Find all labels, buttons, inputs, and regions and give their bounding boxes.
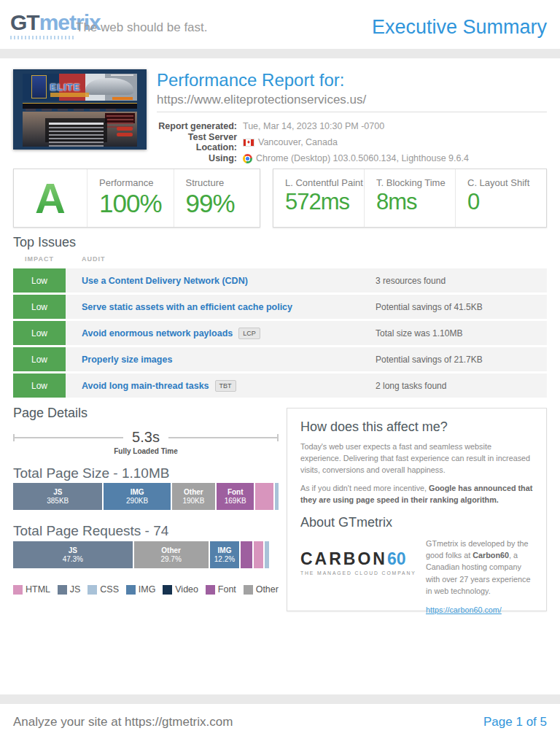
grade-card: A Performance 100% Structure 99%: [13, 169, 260, 228]
top-issues-title: Top Issues: [13, 235, 76, 250]
bar-segment-css: [275, 483, 279, 510]
legend-item-js: JS: [58, 584, 81, 595]
audit-column-header: AUDIT: [82, 255, 106, 263]
bar-segment-font: [241, 541, 253, 568]
lcp-tag-badge: LCP: [238, 328, 260, 339]
page-details-title: Page Details: [13, 406, 88, 421]
legend-item-img: IMG: [126, 584, 156, 595]
page-title: Executive Summary: [372, 16, 547, 39]
bar-segment-css: [265, 541, 269, 568]
carbon60-link[interactable]: https://carbon60.com/: [426, 604, 502, 616]
total-page-requests-title: Total Page Requests - 74: [13, 523, 168, 539]
canada-flag-icon: [243, 139, 254, 147]
legend-swatch-js: [58, 585, 67, 595]
report-for-title: Performance Report for:: [157, 70, 344, 90]
legend-swatch-css: [88, 585, 97, 595]
legend-swatch-img: [126, 585, 136, 595]
tbt-tag-badge: TBT: [215, 380, 236, 392]
about-gtmetrix-text: GTmetrix is developed by the good folks …: [426, 538, 533, 616]
tbt-label: T. Blocking Time: [376, 177, 455, 188]
table-row: Low Avoid long main-thread tasks TBT 2 l…: [13, 374, 547, 398]
affect-me-paragraph-2: As if you didn't need more incentive, Go…: [300, 482, 533, 506]
carbon60-tagline: THE MANAGED CLOUD COMPANY: [300, 570, 419, 576]
top-issues-table: Low Use a Content Delivery Network (CDN)…: [13, 268, 547, 400]
header-divider-band: [0, 49, 560, 58]
thumb-subtitle-strip: [50, 93, 90, 96]
fully-loaded-time-value: 5.3s: [123, 429, 168, 446]
issue-detail: Potential savings of 41.5KB: [376, 302, 483, 312]
audit-link[interactable]: Serve static assets with an efficient ca…: [82, 302, 292, 312]
affect-me-paragraph-1: Today's web user expects a fast and seam…: [300, 441, 533, 476]
footer-analyze-text: Analyze your site at https://gtmetrix.co…: [13, 715, 233, 729]
bar-segment-other: Other29.7%: [134, 541, 210, 568]
fully-loaded-time-label: Fully Loaded Time: [13, 447, 279, 455]
report-header: GTmetrix The web should be fast. Executi…: [0, 0, 560, 49]
issue-detail: Total size was 1.10MB: [376, 328, 462, 338]
legend-item-css: CSS: [88, 584, 119, 595]
bar-segment-font: Font169KB: [217, 483, 255, 510]
legend-item-video: Video: [163, 584, 198, 595]
audit-link[interactable]: Avoid enormous network payloads: [82, 328, 233, 338]
bar-segment-js: JS47.3%: [13, 541, 134, 568]
thumb-truck-image: [85, 78, 133, 95]
issue-detail: 2 long tasks found: [376, 381, 446, 391]
legend-swatch-font: [206, 585, 215, 595]
affect-me-card: How does this affect me? Today's web use…: [287, 408, 547, 611]
thumb-navbar: [23, 103, 137, 109]
chrome-icon: [243, 154, 252, 163]
logo-ruler-strip: [10, 36, 74, 39]
legend-item-html: HTML: [13, 584, 50, 595]
site-screenshot-thumbnail: ELITE: [13, 69, 147, 150]
thumb-text-overlay: [45, 118, 107, 142]
thumb-badge-logo: [31, 75, 46, 98]
fully-loaded-time-meter: 5.3s: [13, 429, 279, 446]
impact-badge: Low: [13, 295, 66, 319]
logo-tagline: The web should be fast.: [76, 20, 208, 35]
impact-badge: Low: [13, 347, 66, 371]
table-row: Low Properly size images Potential savin…: [13, 347, 547, 371]
legend-item-other: Other: [244, 584, 279, 595]
thumb-banner: ELITE: [23, 74, 137, 101]
bar-segment-img: IMG12.2%: [210, 541, 241, 568]
lcp-value: 572ms: [285, 189, 364, 215]
lcp-label: L. Contentful Paint: [285, 177, 364, 188]
bar-segment-img: IMG290KB: [104, 483, 171, 510]
server-location-label: Test Server Location:: [157, 132, 237, 152]
using-label: Using:: [157, 153, 237, 163]
thumb-news-panel: [105, 113, 135, 123]
structure-value: 99%: [186, 189, 260, 218]
issue-detail: Potential savings of 21.7KB: [376, 355, 483, 365]
table-row: Low Serve static assets with an efficien…: [13, 295, 547, 319]
about-gtmetrix-title: About GTmetrix: [300, 515, 533, 530]
bar-segment-js: JS385KB: [13, 483, 104, 510]
audit-link[interactable]: Use a Content Delivery Network (CDN): [82, 276, 248, 286]
page-size-bar: JS385KBIMG290KBOther190KBFont169KB: [13, 483, 279, 510]
thumb-hero-photo: [23, 112, 137, 146]
server-location-value: Vancouver, Canada: [258, 137, 338, 147]
using-value: Chrome (Desktop) 103.0.5060.134, Lightho…: [256, 153, 469, 163]
impact-badge: Low: [13, 321, 66, 345]
thumb-elite-wordmark: ELITE: [50, 82, 81, 93]
impact-badge: Low: [13, 268, 66, 293]
logo-gt-text: GT: [10, 10, 39, 34]
issue-detail: 3 resources found: [376, 276, 446, 286]
legend-item-font: Font: [206, 584, 236, 595]
thumb-phone-strip: [112, 97, 133, 100]
page-requests-bar: JS47.3%Other29.7%IMG12.2%: [13, 541, 279, 568]
footer-page-number: Page 1 of 5: [483, 715, 547, 729]
audit-link[interactable]: Properly size images: [82, 355, 172, 365]
tbt-value: 8ms: [376, 189, 455, 215]
cls-value: 0: [467, 189, 546, 215]
affect-me-title: How does this affect me?: [300, 419, 533, 435]
gtmetrix-grade: A: [35, 177, 66, 220]
generated-value: Tue, Mar 14, 2023 10:30 PM -0700: [243, 121, 384, 131]
carbon60-logo: CARBON60 THE MANAGED CLOUD COMPANY: [300, 538, 419, 616]
table-row: Low Avoid enormous network payloads LCP …: [13, 321, 547, 345]
bar-segment-html: [255, 483, 274, 510]
cls-label: C. Layout Shift: [467, 177, 546, 188]
structure-label: Structure: [186, 177, 260, 188]
table-row: Low Use a Content Delivery Network (CDN)…: [13, 268, 547, 293]
impact-column-header: IMPACT: [13, 255, 66, 263]
audit-link[interactable]: Avoid long main-thread tasks: [82, 381, 209, 391]
thumb-slogan-strip: [111, 74, 133, 77]
